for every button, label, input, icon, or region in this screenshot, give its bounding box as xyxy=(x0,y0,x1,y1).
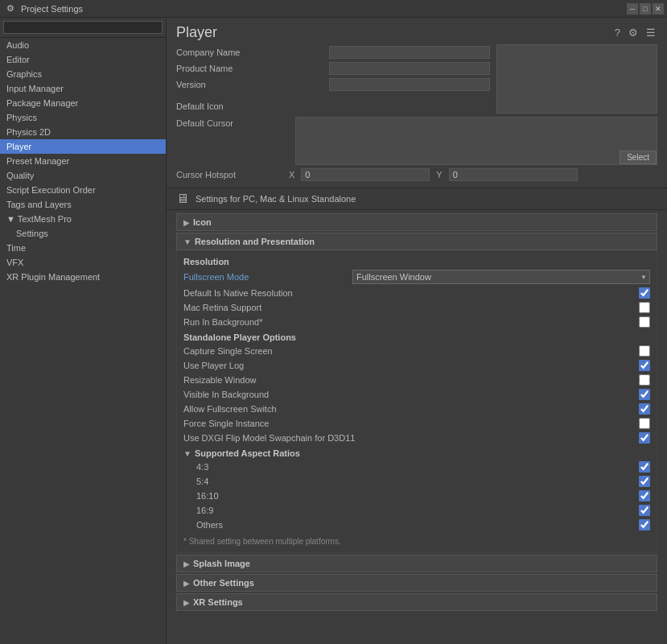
default-icon-row: Default Icon xyxy=(176,99,490,114)
capture-single-screen-row: Capture Single Screen xyxy=(183,344,650,358)
help-button[interactable]: ? xyxy=(613,25,622,40)
resolution-subsection-title: Resolution xyxy=(183,254,650,268)
sidebar-item-tags-and-layers[interactable]: Tags and Layers xyxy=(0,197,166,212)
sidebar-item-graphics[interactable]: Graphics xyxy=(0,67,166,81)
hotspot-y-input[interactable] xyxy=(449,168,578,181)
allow-fullscreen-switch-label: Allow Fullscreen Switch xyxy=(183,404,639,414)
icon-section: ▶ Icon xyxy=(176,213,657,231)
splash-image-header[interactable]: ▶ Splash Image xyxy=(176,555,657,572)
aspect-43-checkbox[interactable] xyxy=(639,461,650,473)
run-in-background-checkbox[interactable] xyxy=(639,316,650,328)
force-single-instance-label: Force Single Instance xyxy=(183,419,639,428)
default-icon-label: Default Icon xyxy=(176,101,490,111)
sidebar-item-xr-plugin-management[interactable]: XR Plugin Management xyxy=(0,270,166,284)
standalone-options-title: Standalone Player Options xyxy=(183,329,650,344)
fullscreen-mode-select[interactable]: Fullscreen Window Exclusive Fullscreen W… xyxy=(352,270,650,284)
company-name-input[interactable] xyxy=(329,46,490,59)
resizable-window-checkbox[interactable] xyxy=(639,374,650,386)
sidebar-item-physics[interactable]: Physics xyxy=(0,110,166,125)
icon-section-header[interactable]: ▶ Icon xyxy=(176,213,657,231)
aspect-ratios-header[interactable]: ▼ Supported Aspect Ratios xyxy=(183,447,650,460)
xr-settings-header[interactable]: ▶ XR Settings xyxy=(176,593,657,611)
aspect-1610-row: 16:10 xyxy=(183,489,650,503)
restore-button[interactable]: □ xyxy=(640,3,651,14)
resolution-arrow: ▼ xyxy=(183,237,191,246)
close-button[interactable]: ✕ xyxy=(653,3,664,14)
visible-in-background-row: Visible In Background xyxy=(183,387,650,402)
aspect-54-checkbox[interactable] xyxy=(639,476,650,487)
aspect-1610-checkbox[interactable] xyxy=(639,490,650,502)
product-name-input[interactable] xyxy=(329,62,490,75)
resolution-section-title: Resolution and Presentation xyxy=(195,237,315,246)
page-title: Player xyxy=(176,24,217,41)
sidebar-item-quality[interactable]: Quality xyxy=(0,168,166,183)
use-dxgi-checkbox[interactable] xyxy=(639,432,650,444)
cursor-select-button[interactable]: Select xyxy=(620,151,657,164)
fullscreen-mode-value: Fullscreen Window Exclusive Fullscreen W… xyxy=(352,270,650,284)
mac-retina-row: Mac Retina Support xyxy=(183,300,650,315)
aspect-1610-label: 16:10 xyxy=(196,491,639,501)
capture-single-screen-checkbox[interactable] xyxy=(639,345,650,357)
force-single-instance-checkbox[interactable] xyxy=(639,418,650,429)
aspect-54-row: 5:4 xyxy=(183,474,650,489)
sidebar-item-preset-manager[interactable]: Preset Manager xyxy=(0,154,166,168)
use-player-log-row: Use Player Log xyxy=(183,358,650,373)
aspect-169-checkbox[interactable] xyxy=(639,505,650,516)
cursor-preview-box: Select xyxy=(295,117,657,165)
capture-single-screen-value xyxy=(639,345,650,357)
allow-fullscreen-switch-checkbox[interactable] xyxy=(639,403,650,415)
sidebar-item-package-manager[interactable]: Package Manager xyxy=(0,96,166,110)
use-player-log-value xyxy=(639,360,650,371)
run-in-background-row: Run In Background* xyxy=(183,315,650,329)
aspect-ratios-arrow: ▼ xyxy=(183,449,191,458)
aspect-ratios-section: ▼ Supported Aspect Ratios 4:3 5:4 xyxy=(183,447,650,532)
sidebar-item-audio[interactable]: Audio xyxy=(0,38,166,52)
minimize-button[interactable]: ─ xyxy=(627,3,638,14)
sidebar-item-time[interactable]: Time xyxy=(0,241,166,255)
page-header-actions: ? ⚙ ☰ xyxy=(613,25,657,40)
page-header: Player ? ⚙ ☰ xyxy=(167,18,667,44)
sidebar-item-editor[interactable]: Editor xyxy=(0,52,166,67)
use-dxgi-row: Use DXGI Flip Model Swapchain for D3D11 xyxy=(183,431,650,445)
use-player-log-checkbox[interactable] xyxy=(639,360,650,371)
sidebar-item-input-manager[interactable]: Input Manager xyxy=(0,81,166,96)
more-button[interactable]: ☰ xyxy=(644,25,657,40)
force-single-instance-value xyxy=(639,418,650,429)
sidebar-item-script-execution-order[interactable]: Script Execution Order xyxy=(0,183,166,197)
resolution-section: ▼ Resolution and Presentation Resolution… xyxy=(176,233,657,553)
version-input[interactable] xyxy=(329,78,490,91)
visible-in-background-value xyxy=(639,389,650,400)
force-single-instance-row: Force Single Instance xyxy=(183,416,650,431)
sidebar-search-input[interactable] xyxy=(3,21,163,34)
other-settings-header[interactable]: ▶ Other Settings xyxy=(176,574,657,592)
aspect-54-label: 5:4 xyxy=(196,477,639,486)
xr-settings-arrow: ▶ xyxy=(183,598,190,607)
resolution-section-header[interactable]: ▼ Resolution and Presentation xyxy=(176,233,657,250)
run-in-background-label: Run In Background* xyxy=(183,317,639,327)
content-area: Player ? ⚙ ☰ Company Name Product Name V… xyxy=(167,18,667,644)
cursor-hotspot-row: Cursor Hotspot X Y xyxy=(167,168,667,184)
other-settings-section: ▶ Other Settings xyxy=(176,574,657,592)
platform-icon: 🖥 xyxy=(176,192,189,206)
icon-section-title: Icon xyxy=(193,217,212,227)
aspect-others-label: Others xyxy=(196,520,639,530)
sidebar-item-player[interactable]: Player xyxy=(0,139,166,154)
hotspot-x-input[interactable] xyxy=(301,168,430,181)
platform-bar: 🖥 Settings for PC, Mac & Linux Standalon… xyxy=(167,188,667,210)
settings-button[interactable]: ⚙ xyxy=(627,25,640,40)
title-bar-title: Project Settings xyxy=(21,4,83,14)
sidebar-item-physics-2d[interactable]: Physics 2D xyxy=(0,125,166,139)
company-name-row: Company Name xyxy=(176,44,490,60)
sidebar-item-textmesh-pro[interactable]: ▼ TextMesh Pro xyxy=(0,212,166,226)
mac-retina-checkbox[interactable] xyxy=(639,302,650,313)
resolution-section-content: Resolution Fullscreen Mode Fullscreen Wi… xyxy=(176,250,657,553)
sidebar-item-vfx[interactable]: VFX xyxy=(0,255,166,270)
aspect-others-checkbox[interactable] xyxy=(639,519,650,530)
fullscreen-mode-label: Fullscreen Mode xyxy=(183,272,352,282)
allow-fullscreen-switch-value xyxy=(639,403,650,415)
settings-area: ▶ Icon ▼ Resolution and Presentation Res… xyxy=(167,210,667,616)
main-layout: Audio Editor Graphics Input Manager Pack… xyxy=(0,18,667,644)
sidebar-item-settings[interactable]: Settings xyxy=(0,226,166,241)
visible-in-background-checkbox[interactable] xyxy=(639,389,650,400)
native-resolution-checkbox[interactable] xyxy=(639,287,650,299)
